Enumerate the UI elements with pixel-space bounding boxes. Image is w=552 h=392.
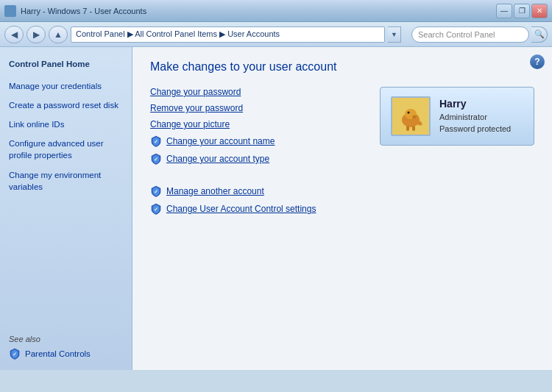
user-card: Harry Administrator Password protected xyxy=(380,87,534,146)
sidebar-item-credentials[interactable]: Manage your credentials xyxy=(0,76,132,96)
change-account-name-label: Change your account name xyxy=(166,136,275,146)
change-account-name-row[interactable]: ✓ Change your account name xyxy=(150,135,362,147)
svg-point-8 xyxy=(408,112,410,114)
content-body: Change your password Remove your passwor… xyxy=(150,87,534,221)
user-detail-admin: Administrator xyxy=(439,111,523,124)
sidebar-item-password-reset[interactable]: Create a password reset disk xyxy=(0,96,132,115)
actions-panel: Change your password Remove your passwor… xyxy=(150,87,362,221)
svg-rect-12 xyxy=(412,126,415,131)
forward-button[interactable]: ▶ xyxy=(26,26,46,43)
remove-password-link[interactable]: Remove your password xyxy=(150,103,362,113)
manage-another-account-label: Manage another account xyxy=(166,186,264,196)
titlebar-title: Harry - Windows 7 - User Accounts xyxy=(21,7,146,15)
manage-another-account-row[interactable]: ✓ Manage another account xyxy=(150,185,362,197)
sidebar-item-profile-properties[interactable]: Configure advanced user profile properti… xyxy=(0,134,132,165)
svg-text:✓: ✓ xyxy=(154,139,158,144)
shield-icon-uac: ✓ xyxy=(150,203,162,215)
content-area: ? Make changes to your user account Chan… xyxy=(132,47,552,370)
help-button[interactable]: ? xyxy=(530,54,545,69)
change-account-type-label: Change your account type xyxy=(166,154,269,164)
parental-controls-label: Parental Controls xyxy=(25,349,91,358)
svg-text:✓: ✓ xyxy=(154,207,158,212)
see-also-label: See also xyxy=(0,329,132,345)
sidebar-item-online-ids[interactable]: Link online IDs xyxy=(0,115,132,134)
close-button[interactable]: ✕ xyxy=(531,4,548,18)
back-button[interactable]: ◀ xyxy=(4,26,24,43)
titlebar: Harry - Windows 7 - User Accounts — ❐ ✕ xyxy=(0,0,552,22)
change-picture-link[interactable]: Change your picture xyxy=(150,119,362,129)
titlebar-left: Harry - Windows 7 - User Accounts xyxy=(4,5,146,17)
user-info: Harry Administrator Password protected xyxy=(439,98,523,135)
search-input[interactable]: Search Control Panel xyxy=(411,26,529,43)
maximize-button[interactable]: ❐ xyxy=(514,4,530,18)
minimize-button[interactable]: — xyxy=(496,4,512,18)
svg-text:✓: ✓ xyxy=(13,352,17,357)
shield-icon-manage: ✓ xyxy=(150,185,162,197)
svg-rect-11 xyxy=(406,126,409,131)
window-icon xyxy=(4,5,16,17)
address-path[interactable]: Control Panel ▶ All Control Panel Items … xyxy=(71,26,385,43)
shield-icon: ✓ xyxy=(9,348,21,360)
user-detail-password: Password protected xyxy=(439,123,523,135)
addressbar: ◀ ▶ ▲ Control Panel ▶ All Control Panel … xyxy=(0,22,552,47)
sidebar-title[interactable]: Control Panel Home xyxy=(0,54,132,74)
shield-icon-account-type: ✓ xyxy=(150,153,162,165)
svg-text:✓: ✓ xyxy=(154,189,158,194)
user-avatar xyxy=(391,96,431,136)
svg-text:✓: ✓ xyxy=(154,157,158,162)
search-button[interactable]: 🔍 xyxy=(531,26,548,43)
up-button[interactable]: ▲ xyxy=(49,26,68,43)
uac-settings-label: Change User Account Control settings xyxy=(166,204,316,214)
uac-settings-row[interactable]: ✓ Change User Account Control settings xyxy=(150,203,362,215)
avatar-image xyxy=(392,98,429,135)
user-name: Harry xyxy=(439,98,523,110)
main-area: Control Panel Home Manage your credentia… xyxy=(0,47,552,370)
page-title: Make changes to your user account xyxy=(150,60,534,74)
sidebar-item-env-variables[interactable]: Change my environment variables xyxy=(0,165,132,196)
titlebar-buttons: — ❐ ✕ xyxy=(496,4,548,18)
sidebar-item-parental-controls[interactable]: ✓ Parental Controls xyxy=(0,345,132,363)
change-account-type-row[interactable]: ✓ Change your account type xyxy=(150,153,362,165)
address-dropdown[interactable]: ▼ xyxy=(388,26,401,43)
sidebar: Control Panel Home Manage your credentia… xyxy=(0,47,132,370)
shield-icon-account-name: ✓ xyxy=(150,135,162,147)
change-password-link[interactable]: Change your password xyxy=(150,87,362,97)
